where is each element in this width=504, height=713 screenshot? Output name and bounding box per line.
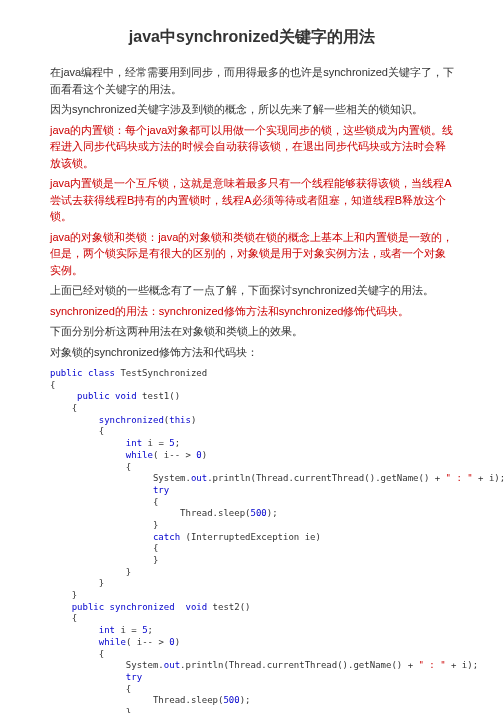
lock-p1: java的内置锁：每个java对象都可以用做一个实现同步的锁，这些锁成为内置锁。… xyxy=(50,122,454,172)
analysis-p: 下面分别分析这两种用法在对象锁和类锁上的效果。 xyxy=(50,323,454,340)
page-title: java中synchronized关键字的用法 xyxy=(50,25,454,49)
usage-p: synchronized的用法：synchronized修饰方法和synchro… xyxy=(50,303,454,320)
lock-p2: java内置锁是一个互斥锁，这就是意味着最多只有一个线程能够获得该锁，当线程A尝… xyxy=(50,175,454,225)
objlock-p: 对象锁的synchronized修饰方法和代码块： xyxy=(50,344,454,361)
intro-p2: 因为synchronized关键字涉及到锁的概念，所以先来了解一些相关的锁知识。 xyxy=(50,101,454,118)
lock-p3: java的对象锁和类锁：java的对象锁和类锁在锁的概念上基本上和内置锁是一致的… xyxy=(50,229,454,279)
intro-p1: 在java编程中，经常需要用到同步，而用得最多的也许是synchronized关… xyxy=(50,64,454,97)
explore-p: 上面已经对锁的一些概念有了一点了解，下面探讨synchronized关键字的用法… xyxy=(50,282,454,299)
code-block: public class TestSynchronized { public v… xyxy=(50,368,454,713)
